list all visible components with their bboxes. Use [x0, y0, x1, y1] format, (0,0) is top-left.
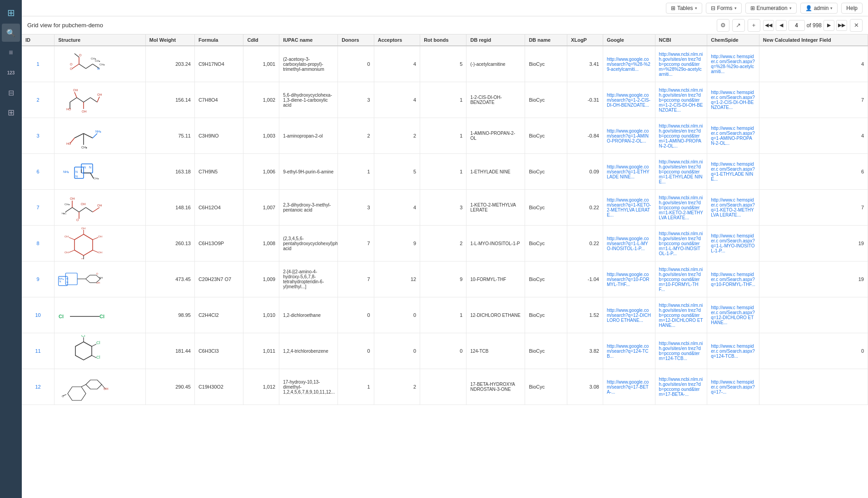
cell-id[interactable]: 8 [22, 226, 55, 261]
cell-ncbi[interactable]: http://www.ncbi.nlm.nih.gov/sites/en tre… [655, 82, 707, 118]
cell-ncbi[interactable]: http://www.ncbi.nlm.nih.gov/sites/en tre… [655, 261, 707, 297]
cell-formula: C7H8O4 [194, 82, 243, 118]
col-header-dbregid[interactable]: DB regid [466, 35, 525, 46]
cell-google[interactable]: http://www.google.com/search?q=%28-%29-a… [603, 46, 655, 82]
cell-ncbi[interactable]: http://www.ncbi.nlm.nih.gov/sites/en tre… [655, 297, 707, 333]
col-header-structure[interactable]: Structure [55, 35, 146, 46]
svg-line-101 [81, 385, 86, 387]
col-header-newcalc[interactable]: New Calculated Integer Field [759, 35, 868, 46]
cell-newcalc [759, 369, 868, 405]
cell-ncbi[interactable]: http://www.ncbi.nlm.nih.gov/sites/en tre… [655, 190, 707, 226]
col-header-rotbonds[interactable]: Rot bonds [420, 35, 466, 46]
cell-ncbi[interactable]: http://www.ncbi.nlm.nih.gov/sites/en tre… [655, 333, 707, 369]
cell-google[interactable]: http://www.google.com/search?q=1-L-MYO-I… [603, 226, 655, 261]
cell-id[interactable]: 7 [22, 190, 55, 226]
cell-dbname: BioCyc [525, 333, 567, 369]
data-table: ID Structure Mol Weight Formula CdId IUP… [22, 35, 868, 405]
svg-line-45 [72, 207, 79, 212]
cell-id[interactable]: 1 [22, 46, 55, 82]
table-icon[interactable]: ⊞ [2, 104, 20, 122]
forms-button[interactable]: ⊟ Forms ▾ [706, 3, 742, 14]
cell-formula: C9H17NO4 [194, 46, 243, 82]
prev-page-btn[interactable]: ◀ [776, 20, 787, 31]
cell-chemspi[interactable]: http://www.c hemspider.c om/Search.aspx?… [707, 118, 759, 154]
cell-id[interactable]: 11 [22, 333, 55, 369]
cell-cdid: 1,012 [243, 369, 279, 405]
cell-chemspi[interactable]: http://www.c hemspider.c om/Search.aspx?… [707, 190, 759, 226]
cell-id[interactable]: 6 [22, 154, 55, 190]
cell-google[interactable]: http://www.google.com/search?q=1-KETO-2-… [603, 190, 655, 226]
cell-id[interactable]: 3 [22, 118, 55, 154]
cell-chemspi[interactable]: http://www.c hemspider.c om/Search.aspx?… [707, 333, 759, 369]
close-icon-btn[interactable]: ✕ [850, 19, 863, 32]
cell-chemspi[interactable]: http://www.c hemspider.c om/Search.aspx?… [707, 297, 759, 333]
admin-button[interactable]: 👤 admin ▾ [800, 3, 838, 14]
cell-google[interactable]: http://www.google.com/search?q=1-ETHYLAD… [603, 154, 655, 190]
col-header-formula[interactable]: Formula [194, 35, 243, 46]
cell-dbregid: 12-DICHLORO ETHANE [466, 297, 525, 333]
data-icon[interactable]: 123 [2, 64, 20, 82]
cell-google[interactable]: http://www.google.com/search?q=1-AMINO-P… [603, 118, 655, 154]
cell-google[interactable]: http://www.google.com/search?q=124-TCB..… [603, 333, 655, 369]
cell-formula: C3H9NO [194, 118, 243, 154]
top-nav-bar: ⊞ Tables ▾ ⊟ Forms ▾ ⊞ Enumeration ▾ 👤 a… [22, 0, 868, 16]
svg-text:Cl: Cl [59, 314, 64, 319]
col-header-xlogp[interactable]: XLogP [567, 35, 603, 46]
cell-id[interactable]: 10 [22, 297, 55, 333]
cell-google[interactable]: http://www.google.com/search?q=12-DICHLO… [603, 297, 655, 333]
cell-ncbi[interactable]: http://www.ncbi.nlm.nih.gov/sites/en tre… [655, 46, 707, 82]
svg-text:P: P [81, 258, 83, 259]
cell-google[interactable]: http://www.google.com/search?q=17-BETA-.… [603, 369, 655, 405]
cell-ncbi[interactable]: http://www.ncbi.nlm.nih.gov/sites/en tre… [655, 226, 707, 261]
share-icon-btn[interactable]: ↗ [732, 19, 745, 32]
cell-id[interactable]: 2 [22, 82, 55, 118]
col-header-cdid[interactable]: CdId [243, 35, 279, 46]
table-row: 3 HO NH₂ CH₃ 75.11 C3H9NO 1,003 1-aminop… [22, 118, 868, 154]
field-icon[interactable]: ⊟ [2, 84, 20, 102]
cell-id[interactable]: 12 [22, 369, 55, 405]
svg-text:Cl: Cl [96, 340, 100, 345]
col-header-ncbi[interactable]: NCBI [655, 35, 707, 46]
cell-chemspi[interactable]: http://www.c hemspider.c om/Search.aspx?… [707, 154, 759, 190]
col-header-donors[interactable]: Donors [338, 35, 374, 46]
menu-icon[interactable]: ≡ [2, 44, 20, 62]
cell-ncbi[interactable]: http://www.ncbi.nlm.nih.gov/sites/en tre… [655, 369, 707, 405]
add-icon-btn[interactable]: + [748, 19, 760, 32]
col-header-iupac[interactable]: IUPAC name [279, 35, 338, 46]
cell-chemspi[interactable]: http://www.c hemspider.c om/Search.aspx?… [707, 46, 759, 82]
search-icon[interactable]: 🔍 [2, 24, 20, 42]
cell-dbname: BioCyc [525, 46, 567, 82]
cell-chemspi[interactable]: http://www.c hemspider.c om/Search.aspx?… [707, 369, 759, 405]
next-page-btn[interactable]: ▶ [823, 20, 834, 31]
page-number-input[interactable] [789, 20, 805, 31]
cell-google[interactable]: http://www.google.com/search?q=1-2-CIS-D… [603, 82, 655, 118]
tables-button[interactable]: ⊞ Tables ▾ [666, 3, 702, 14]
cell-ncbi[interactable]: http://www.ncbi.nlm.nih.gov/sites/en tre… [655, 154, 707, 190]
cell-ncbi[interactable]: http://www.ncbi.nlm.nih.gov/sites/en tre… [655, 118, 707, 154]
cell-iupac: 17-hydroxy-10,13-dimethyl-1,2,4,5,6,7,8,… [279, 369, 338, 405]
col-header-id[interactable]: ID [22, 35, 55, 46]
svg-line-48 [93, 207, 99, 212]
col-header-google[interactable]: Google [603, 35, 655, 46]
help-button[interactable]: Help [841, 3, 863, 14]
col-header-dbname[interactable]: DB name [525, 35, 567, 46]
cell-id[interactable]: 9 [22, 261, 55, 297]
svg-text:N: N [60, 280, 61, 282]
cell-dbname: BioCyc [525, 369, 567, 405]
cell-structure: HO OH OH OH [55, 82, 146, 118]
cell-chemspi[interactable]: http://www.c hemspider.c om/Search.aspx?… [707, 261, 759, 297]
first-page-btn[interactable]: ◀◀ [763, 20, 774, 31]
col-header-chemspi[interactable]: ChemSpide [707, 35, 759, 46]
app-logo-icon[interactable]: ⊞ [2, 4, 20, 22]
cell-google[interactable]: http://www.google.com/search?q=10-FORMYL… [603, 261, 655, 297]
last-page-btn[interactable]: ▶▶ [836, 20, 847, 31]
cell-chemspi[interactable]: http://www.c hemspider.c om/Search.aspx?… [707, 82, 759, 118]
table-wrapper[interactable]: ID Structure Mol Weight Formula CdId IUP… [22, 35, 868, 498]
settings-icon-btn[interactable]: ⚙ [717, 19, 729, 32]
col-header-acceptors[interactable]: Acceptors [374, 35, 420, 46]
cell-rotbonds: 1 [420, 118, 466, 154]
tables-chevron-icon: ▾ [695, 6, 697, 10]
cell-chemspi[interactable]: http://www.c hemspider.c om/Search.aspx?… [707, 226, 759, 261]
enumeration-button[interactable]: ⊞ Enumeration ▾ [745, 3, 797, 14]
col-header-molweight[interactable]: Mol Weight [145, 35, 194, 46]
